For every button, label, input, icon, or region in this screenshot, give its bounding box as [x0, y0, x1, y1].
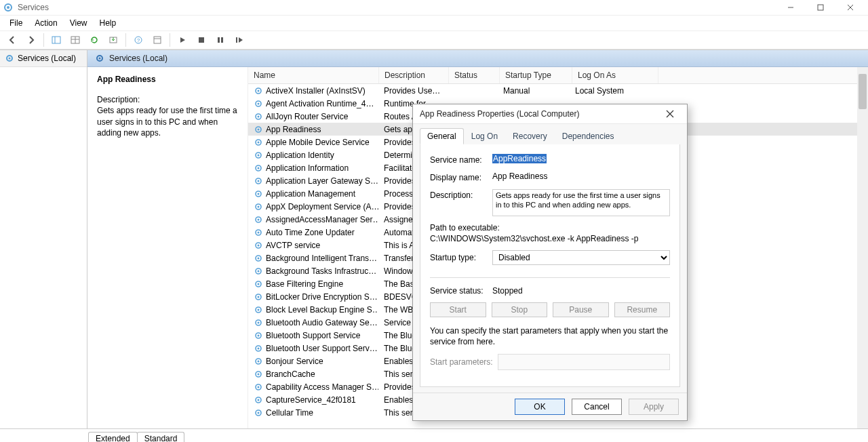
dialog-tab-general[interactable]: General	[420, 128, 464, 144]
column-header-name[interactable]: Name	[248, 67, 379, 83]
column-header-logon[interactable]: Log On As	[572, 67, 658, 83]
tab-standard[interactable]: Standard	[137, 432, 185, 442]
cell-name: BitLocker Drive Encryption S…	[248, 292, 378, 302]
svg-point-24	[258, 102, 260, 104]
cell-name: AppX Deployment Service (A…	[248, 202, 378, 212]
scrollbar[interactable]	[857, 67, 868, 428]
svg-point-66	[258, 373, 260, 375]
forward-button[interactable]	[23, 32, 39, 48]
export-button[interactable]	[105, 32, 121, 48]
start-params-hint: You can specify the start parameters tha…	[430, 325, 670, 347]
menu-file[interactable]: File	[4, 17, 28, 29]
cell-name: BranchCache	[248, 369, 378, 379]
cell-name: Apple Mobile Device Service	[248, 138, 378, 147]
cell-name: Block Level Backup Engine S…	[248, 305, 378, 315]
svg-point-42	[258, 218, 260, 220]
services-icon	[3, 2, 14, 13]
tab-extended[interactable]: Extended	[88, 432, 138, 442]
column-header-startup[interactable]: Startup Type	[500, 67, 572, 83]
cell-name: Agent Activation Runtime_4…	[248, 99, 378, 108]
properties-grid-button[interactable]	[67, 32, 83, 48]
svg-point-64	[258, 360, 260, 362]
refresh-button[interactable]	[86, 32, 102, 48]
svg-point-20	[99, 58, 101, 60]
scrollbar-thumb[interactable]	[859, 74, 867, 109]
stop-button[interactable]: Stop	[492, 302, 548, 317]
cell-name: Application Layer Gateway S…	[248, 176, 378, 186]
svg-point-44	[258, 231, 260, 233]
cell-name: Bluetooth Audio Gateway Se…	[248, 318, 378, 327]
maximize-button[interactable]	[806, 0, 835, 15]
svg-rect-2	[818, 5, 823, 10]
restart-service-button[interactable]	[231, 32, 248, 48]
pause-button[interactable]: Pause	[553, 302, 609, 317]
cell-name: Application Management	[248, 189, 378, 199]
label-description: Description:	[430, 189, 492, 200]
divider	[430, 277, 670, 278]
value-service-name[interactable]: AppReadiness	[492, 154, 547, 163]
svg-point-36	[258, 180, 260, 182]
cell-name: App Readiness	[248, 125, 378, 134]
menu-bar: File Action View Help	[0, 16, 868, 31]
svg-point-18	[9, 58, 11, 60]
cell-name: Cellular Time	[248, 408, 378, 418]
content-header-title: Services (Local)	[109, 54, 167, 63]
svg-point-48	[258, 257, 260, 259]
stop-service-button[interactable]	[193, 32, 210, 48]
svg-point-30	[258, 141, 260, 143]
start-button[interactable]: Start	[430, 302, 486, 317]
dialog-tab-recovery[interactable]: Recovery	[505, 128, 555, 144]
value-description[interactable]: Gets apps ready for use the first time a…	[492, 189, 670, 216]
svg-point-38	[258, 193, 260, 195]
svg-point-72	[258, 411, 260, 414]
resume-button[interactable]: Resume	[614, 302, 671, 317]
properties-button[interactable]	[149, 32, 165, 48]
dialog-tab-logon[interactable]: Log On	[464, 128, 505, 144]
dialog-close-button[interactable]	[660, 106, 680, 122]
svg-point-62	[258, 347, 260, 349]
svg-point-70	[258, 399, 260, 401]
cell-name: AllJoyn Router Service	[248, 112, 378, 121]
svg-point-56	[258, 308, 260, 310]
ok-button[interactable]: OK	[515, 399, 565, 415]
svg-point-52	[258, 283, 260, 285]
label-startup-type: Startup type:	[430, 253, 492, 262]
show-hide-tree-button[interactable]	[48, 32, 64, 48]
service-row[interactable]: ActiveX Installer (AxInstSV)Provides Use…	[248, 84, 868, 97]
apply-button[interactable]: Apply	[629, 399, 679, 415]
label-path: Path to executable:	[430, 223, 670, 233]
menu-help[interactable]: Help	[94, 17, 122, 29]
toolbar: ?	[0, 31, 868, 49]
svg-point-54	[258, 296, 260, 298]
menu-action[interactable]: Action	[29, 17, 62, 29]
value-path: C:\WINDOWS\System32\svchost.exe -k AppRe…	[430, 234, 670, 243]
tree-node-services-local[interactable]: Services (Local)	[0, 50, 87, 67]
startup-type-select[interactable]: Disabled	[492, 250, 670, 265]
help-button[interactable]: ?	[130, 32, 146, 48]
cell-name: Capability Access Manager S…	[248, 382, 378, 392]
minimize-button[interactable]	[776, 0, 806, 15]
pause-service-button[interactable]	[212, 32, 229, 48]
window-title: Services	[18, 3, 49, 12]
menu-view[interactable]: View	[64, 17, 93, 29]
dialog-titlebar[interactable]: App Readiness Properties (Local Computer…	[413, 104, 687, 124]
dialog-title: App Readiness Properties (Local Computer…	[420, 109, 660, 119]
column-header-status[interactable]: Status	[449, 67, 500, 83]
dialog-tab-dependencies[interactable]: Dependencies	[555, 128, 622, 144]
cell-description: Provides Use…	[378, 86, 448, 96]
label-service-status: Service status:	[430, 286, 492, 296]
label-display-name: Display name:	[430, 172, 492, 182]
cell-name: CaptureService_42f0181	[248, 395, 378, 405]
back-button[interactable]	[4, 32, 20, 48]
column-header-description[interactable]: Description	[379, 67, 449, 83]
start-service-button[interactable]	[174, 32, 191, 48]
list-header: Name Description Status Startup Type Log…	[248, 67, 868, 84]
cell-name: Background Intelligent Trans…	[248, 254, 378, 263]
svg-point-26	[258, 115, 260, 117]
close-button[interactable]	[835, 0, 865, 15]
dialog-tabs: General Log On Recovery Dependencies	[413, 124, 687, 144]
cancel-button[interactable]: Cancel	[572, 399, 622, 415]
value-display-name: App Readiness	[492, 172, 670, 181]
start-parameters-input[interactable]	[498, 354, 670, 370]
detail-description-label: Description:	[97, 94, 238, 105]
